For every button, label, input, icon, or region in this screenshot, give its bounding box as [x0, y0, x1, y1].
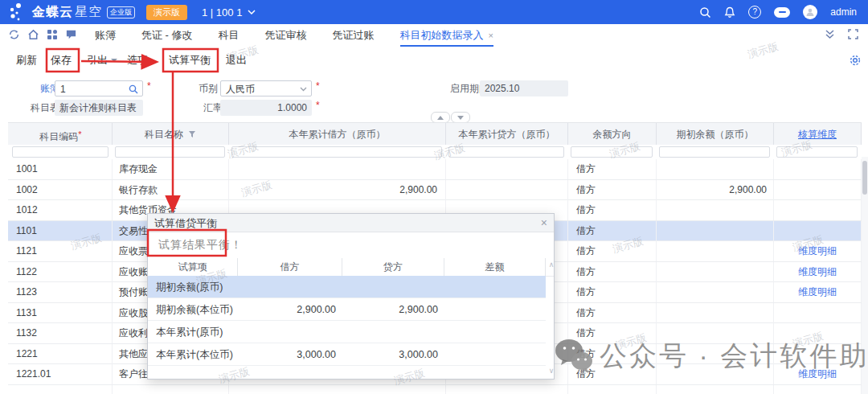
filter-input[interactable]	[231, 146, 442, 158]
cell-ytd_credit[interactable]	[446, 159, 568, 179]
cell-direction[interactable]: 借方	[568, 200, 657, 220]
tab-item[interactable]: 凭证审核	[265, 24, 307, 47]
avatar-icon[interactable]	[803, 5, 817, 19]
cell-opening[interactable]	[657, 200, 774, 220]
apps-icon[interactable]	[47, 29, 58, 43]
cell-code[interactable]: 1002	[10, 180, 113, 200]
dialog-row[interactable]: 本年累计(原币)	[148, 321, 546, 343]
cell-opening[interactable]	[657, 303, 774, 323]
search-icon[interactable]	[699, 6, 711, 18]
cell-code[interactable]: 1012	[10, 200, 113, 220]
cell-code[interactable]: 1221.01	[10, 364, 113, 384]
cell-direction[interactable]	[568, 385, 657, 394]
tab-item[interactable]: 凭证过账	[333, 24, 375, 47]
cell-ytd_credit[interactable]	[446, 180, 568, 200]
search-icon[interactable]	[129, 84, 138, 94]
cell-code[interactable]	[10, 385, 113, 394]
cell-ytd_debit[interactable]	[229, 385, 446, 394]
cell-code[interactable]: 1001	[10, 159, 113, 179]
cell-name[interactable]: 银行存款	[113, 180, 229, 200]
cell-ytd_debit[interactable]	[229, 159, 446, 179]
toolbar-button-6[interactable]: 退出	[226, 47, 247, 74]
cell-dim[interactable]	[774, 180, 862, 200]
dialog-row[interactable]: 期初余额(原币)	[148, 276, 546, 298]
cell-opening[interactable]	[657, 221, 774, 241]
table-row[interactable]	[8, 385, 862, 394]
cell-dim[interactable]	[774, 200, 862, 220]
table-row[interactable]: 1001库存现金借方	[8, 159, 862, 180]
cell-direction[interactable]: 借方	[568, 262, 657, 282]
cell-code[interactable]: 1101	[10, 221, 113, 241]
cell-ytd_debit[interactable]: 2,900.00	[229, 180, 446, 200]
toolbar-button-3[interactable]: 引出	[87, 47, 117, 74]
cell-direction[interactable]: 借方	[568, 221, 657, 241]
currency-select[interactable]: 人民币	[220, 80, 312, 96]
cell-opening[interactable]	[657, 364, 774, 384]
cell-opening[interactable]: 2,900.00	[657, 180, 774, 200]
cell-opening[interactable]	[657, 241, 774, 261]
home-icon[interactable]	[27, 29, 39, 43]
cell-dim[interactable]	[774, 303, 862, 323]
tab-item[interactable]: 科目	[219, 24, 240, 47]
close-icon[interactable]: ×	[541, 214, 547, 232]
cell-opening[interactable]	[657, 282, 774, 302]
cell-direction[interactable]: 借方	[568, 364, 657, 384]
cell-code[interactable]: 1221	[10, 344, 113, 364]
cell-ytd_credit[interactable]	[446, 385, 568, 394]
table-row[interactable]: 1002银行存款2,900.00借方2,900.00	[8, 180, 862, 201]
fullscreen-icon[interactable]	[848, 29, 858, 42]
cell-dim[interactable]	[774, 159, 862, 179]
help-icon[interactable]: ?	[748, 6, 761, 18]
cell-direction[interactable]: 借方	[568, 323, 657, 343]
cell-opening[interactable]	[657, 262, 774, 282]
toolbar-button-4[interactable]: 选项	[127, 47, 148, 74]
cell-direction[interactable]: 借方	[568, 159, 657, 179]
close-icon[interactable]: ×	[489, 31, 493, 40]
filter-input[interactable]	[571, 146, 653, 158]
cell-dim[interactable]	[774, 221, 862, 241]
cell-dim[interactable]	[774, 323, 862, 343]
toolbar-button-1[interactable]: 刷新	[16, 47, 37, 74]
toolbar-button-5[interactable]: 试算平衡	[169, 47, 211, 74]
cell-direction[interactable]: 借方	[568, 282, 657, 302]
cell-code[interactable]: 1131	[10, 303, 113, 323]
cell-dim[interactable]	[774, 385, 862, 394]
scroll-up-icon[interactable]: ∧	[547, 261, 555, 269]
tab-item[interactable]: 凭证 - 修改	[141, 24, 193, 47]
cell-dim[interactable]: 维度明细	[774, 262, 862, 282]
collapse-up-button[interactable]	[431, 112, 450, 123]
cell-direction[interactable]: 借方	[568, 180, 657, 200]
cell-direction[interactable]: 借方	[568, 344, 657, 364]
cell-dim[interactable]: 维度明细	[774, 364, 862, 384]
cell-opening[interactable]	[657, 323, 774, 343]
dialog-titlebar[interactable]: 试算借贷平衡 ×	[148, 214, 554, 232]
vertical-scrollbar[interactable]	[862, 157, 868, 394]
collapse-down-button[interactable]	[451, 112, 470, 123]
tab-item[interactable]: 科目初始数据录入×	[400, 24, 493, 47]
username-label[interactable]: admin	[830, 6, 857, 18]
org-selector[interactable]: 1 | 100 1	[202, 6, 256, 18]
cell-direction[interactable]: 借方	[568, 303, 657, 323]
cell-opening[interactable]	[657, 159, 774, 179]
toolbar-button-2[interactable]: 保存	[51, 47, 72, 74]
dimension-detail-link[interactable]: 维度明细	[798, 245, 837, 257]
bell-icon[interactable]	[724, 6, 735, 18]
theme-toggle-icon[interactable]	[774, 7, 790, 18]
cell-direction[interactable]: 借方	[568, 241, 657, 261]
filter-input[interactable]	[659, 146, 770, 158]
filter-funnel-icon[interactable]	[183, 129, 196, 140]
scrollbar-thumb[interactable]	[862, 161, 867, 195]
cell-name[interactable]	[113, 385, 229, 394]
dimension-detail-link[interactable]: 维度明细	[798, 266, 837, 277]
dialog-row[interactable]: 本年累计(本位币)3,000.003,000.00	[148, 343, 546, 366]
gear-icon[interactable]	[849, 54, 862, 69]
book-input[interactable]: 1	[55, 80, 143, 96]
cell-code[interactable]: 1122	[10, 262, 113, 282]
refresh-icon[interactable]	[8, 29, 20, 43]
cell-opening[interactable]	[657, 344, 774, 364]
cell-code[interactable]: 1123	[10, 282, 113, 302]
filter-input[interactable]	[776, 146, 858, 158]
column-header[interactable]: 核算维度	[774, 123, 862, 146]
cell-dim[interactable]	[774, 344, 862, 364]
scroll-down-icon[interactable]: ∨	[547, 367, 555, 375]
